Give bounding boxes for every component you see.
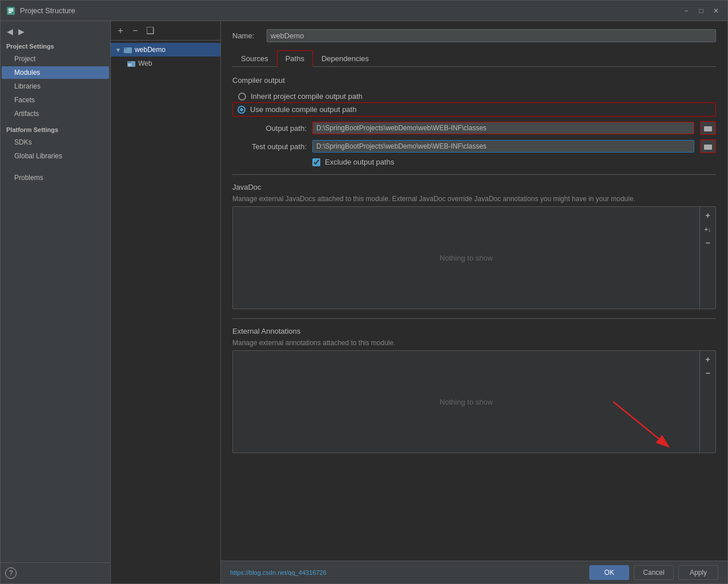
use-module-radio[interactable] bbox=[238, 106, 246, 114]
tree-item-web-label: Web bbox=[138, 59, 152, 67]
exclude-output-row: Exclude output paths bbox=[312, 158, 716, 166]
tree-content: ▼ webDemo W bbox=[111, 41, 220, 583]
inherit-radio-label: Inherit project compile output path bbox=[251, 92, 363, 101]
output-path-label: Output path: bbox=[238, 124, 307, 133]
divider-2 bbox=[232, 318, 716, 319]
tabs-row: Sources Paths Dependencies bbox=[232, 50, 716, 67]
test-output-path-row: Test output path: bbox=[238, 139, 716, 153]
javadoc-empty-state: Nothing to show bbox=[233, 207, 699, 309]
exclude-output-checkbox[interactable] bbox=[312, 158, 320, 166]
window-title: Project Structure bbox=[20, 6, 681, 15]
tree-panel: + − ❑ ▼ webDemo bbox=[111, 21, 221, 583]
use-module-radio-label: Use module compile output path bbox=[250, 105, 356, 114]
svg-rect-5 bbox=[124, 47, 127, 49]
nav-row: ◀ ▶ bbox=[1, 26, 110, 37]
content-inner: Name: Sources Paths Dependencies Compile… bbox=[221, 21, 727, 561]
title-bar: Project Structure − □ ✕ bbox=[1, 1, 727, 21]
bottom-bar: https://blog.csdn.net/qq_44316726 OK Can… bbox=[221, 561, 727, 583]
external-annotations-desc: Manage external annotations attached to … bbox=[232, 339, 716, 347]
javadoc-add-from-button[interactable]: +↓ bbox=[702, 223, 714, 235]
divider-1 bbox=[232, 174, 716, 175]
external-annotations-remove-button[interactable]: − bbox=[702, 367, 714, 379]
output-path-input[interactable] bbox=[312, 122, 694, 134]
sidebar-bottom: ? bbox=[1, 562, 110, 583]
content-area: Name: Sources Paths Dependencies Compile… bbox=[221, 21, 727, 583]
svg-rect-2 bbox=[9, 10, 13, 11]
main-content: ◀ ▶ Project Settings Project Modules Lib… bbox=[1, 21, 727, 583]
tree-copy-button[interactable]: ❑ bbox=[144, 25, 156, 37]
help-button[interactable]: ? bbox=[5, 567, 17, 579]
external-annotations-nothing-label: Nothing to show bbox=[440, 398, 493, 406]
output-path-row: Output path: bbox=[238, 121, 716, 135]
exclude-output-label: Exclude output paths bbox=[325, 158, 394, 166]
tree-expand-arrow: ▼ bbox=[115, 47, 121, 53]
sidebar-item-artifacts[interactable]: Artifacts bbox=[2, 107, 109, 120]
tree-item-webdemo-label: webDemo bbox=[135, 46, 166, 54]
svg-rect-12 bbox=[704, 145, 707, 146]
project-settings-header: Project Settings bbox=[1, 37, 110, 52]
external-annotations-add-button[interactable]: + bbox=[702, 353, 714, 366]
output-path-browse-button[interactable] bbox=[700, 121, 716, 135]
web-icon: W bbox=[127, 59, 136, 68]
back-button[interactable]: ◀ bbox=[5, 27, 14, 36]
minimize-button[interactable]: − bbox=[681, 5, 692, 17]
cancel-button[interactable]: Cancel bbox=[634, 565, 674, 580]
svg-rect-3 bbox=[9, 12, 11, 13]
sidebar-item-sdks[interactable]: SDKs bbox=[2, 136, 109, 149]
test-output-path-input[interactable] bbox=[312, 140, 694, 153]
window-controls: − □ ✕ bbox=[681, 5, 722, 17]
sidebar-item-global-libraries[interactable]: Global Libraries bbox=[2, 150, 109, 162]
tree-add-button[interactable]: + bbox=[114, 25, 127, 37]
external-annotations-panel: Nothing to show + − bbox=[232, 350, 716, 453]
sidebar-item-problems[interactable]: Problems bbox=[2, 171, 109, 184]
tree-toolbar: + − ❑ bbox=[111, 21, 220, 41]
tree-remove-button[interactable]: − bbox=[129, 25, 142, 37]
tab-paths[interactable]: Paths bbox=[277, 50, 313, 67]
javadoc-desc: Manage external JavaDocs attached to thi… bbox=[232, 195, 716, 203]
close-button[interactable]: ✕ bbox=[710, 5, 722, 17]
sidebar-item-project[interactable]: Project bbox=[2, 53, 109, 65]
ok-button[interactable]: OK bbox=[589, 565, 629, 580]
tree-item-web[interactable]: W Web bbox=[111, 57, 220, 70]
external-annotations-empty-state: Nothing to show bbox=[233, 351, 699, 453]
sidebar-item-libraries[interactable]: Libraries bbox=[2, 80, 109, 93]
javadoc-section: JavaDoc Manage external JavaDocs attache… bbox=[232, 183, 716, 309]
name-row: Name: bbox=[232, 29, 716, 42]
javadoc-add-button[interactable]: + bbox=[702, 209, 714, 222]
javadoc-nothing-label: Nothing to show bbox=[440, 254, 493, 262]
test-output-path-label: Test output path: bbox=[238, 142, 307, 151]
sidebar-item-facets[interactable]: Facets bbox=[2, 94, 109, 106]
footer-link[interactable]: https://blog.csdn.net/qq_44316726 bbox=[230, 569, 327, 576]
svg-rect-10 bbox=[704, 126, 707, 128]
maximize-button[interactable]: □ bbox=[695, 5, 707, 17]
test-output-path-browse-button[interactable] bbox=[700, 139, 716, 153]
external-annotations-actions: + − bbox=[699, 351, 715, 453]
javadoc-actions: + +↓ − bbox=[699, 207, 715, 309]
radio-group: Inherit project compile output path Use … bbox=[232, 90, 716, 117]
use-module-radio-item: Use module compile output path bbox=[232, 102, 716, 117]
app-icon bbox=[6, 6, 15, 15]
forward-button[interactable]: ▶ bbox=[17, 27, 26, 36]
name-input[interactable] bbox=[267, 29, 716, 42]
sidebar-item-modules[interactable]: Modules bbox=[2, 66, 109, 79]
platform-settings-header: Platform Settings bbox=[1, 121, 110, 135]
inherit-radio-item: Inherit project compile output path bbox=[238, 90, 716, 102]
tree-item-webdemo[interactable]: ▼ webDemo bbox=[111, 43, 220, 57]
project-structure-window: Project Structure − □ ✕ ◀ ▶ Project Sett… bbox=[0, 0, 728, 584]
apply-button[interactable]: Apply bbox=[678, 565, 718, 580]
tab-dependencies[interactable]: Dependencies bbox=[313, 50, 377, 67]
sidebar: ◀ ▶ Project Settings Project Modules Lib… bbox=[1, 21, 111, 583]
javadoc-panel: Nothing to show + +↓ − bbox=[232, 206, 716, 309]
javadoc-title: JavaDoc bbox=[232, 183, 716, 191]
javadoc-remove-button[interactable]: − bbox=[702, 237, 714, 249]
compiler-output-section: Compiler output Inherit project compile … bbox=[232, 76, 716, 166]
compiler-output-title: Compiler output bbox=[232, 76, 716, 85]
inherit-radio[interactable] bbox=[238, 93, 246, 101]
svg-rect-1 bbox=[9, 9, 13, 10]
module-icon bbox=[123, 45, 132, 54]
name-label: Name: bbox=[232, 31, 261, 40]
tab-sources[interactable]: Sources bbox=[232, 50, 277, 67]
svg-text:W: W bbox=[128, 63, 132, 67]
external-annotations-section: External Annotations Manage external ann… bbox=[232, 327, 716, 453]
external-annotations-title: External Annotations bbox=[232, 327, 716, 335]
